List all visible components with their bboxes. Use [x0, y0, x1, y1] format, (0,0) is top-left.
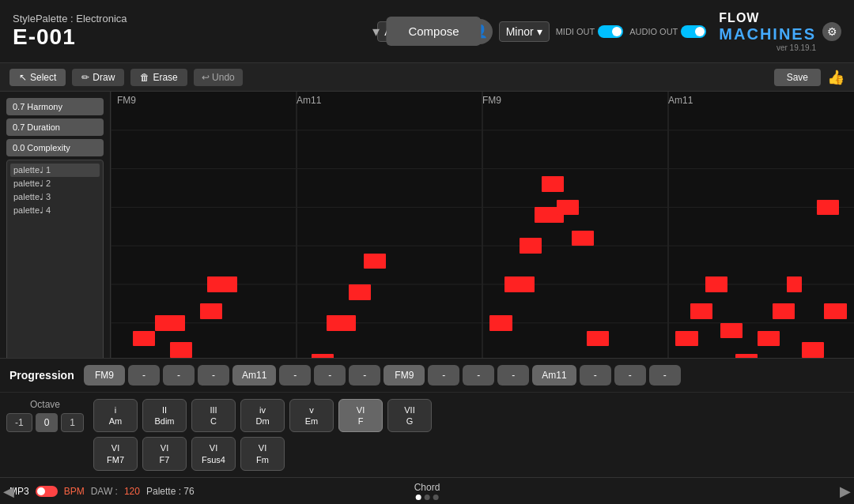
prog-dash-11[interactable]: -	[614, 365, 646, 386]
chord-row-2: VI FM7 VI F7 VI Fsus4 VI Fm	[93, 437, 845, 471]
prog-chord-am11-1[interactable]: Am11	[232, 365, 276, 386]
draw-button[interactable]: ✏ Draw	[72, 69, 124, 86]
audio-out-label: AUDIO OUT	[629, 27, 678, 36]
octave-plus1[interactable]: 1	[61, 413, 84, 432]
undo-icon: ↩	[202, 72, 210, 83]
duration-slider[interactable]: 0.7 Duration	[6, 118, 104, 136]
lower-section: Octave -1 0 1 i Am II Bdim III C	[0, 393, 854, 477]
octave-minus1[interactable]: -1	[6, 413, 32, 432]
undo-button[interactable]: ↩ Undo	[194, 69, 243, 86]
chord-btn-i-am[interactable]: i Am	[93, 399, 138, 433]
note-block	[720, 323, 743, 339]
palette-item-4[interactable]: palette♩ 4	[10, 204, 100, 217]
scale-select[interactable]: Minor ▾	[499, 21, 550, 42]
harmony-slider[interactable]: 0.7 Harmony	[6, 98, 104, 115]
scale-value: Minor	[506, 25, 534, 38]
chord-btn-v-em[interactable]: v Em	[289, 399, 334, 433]
dot-2[interactable]	[425, 495, 430, 500]
compose-button[interactable]: Compose	[386, 17, 481, 46]
logo-text: FLOWMACHINES	[719, 11, 816, 43]
note-block	[572, 231, 594, 246]
note-block	[327, 315, 357, 331]
bpm-value: 120	[124, 486, 140, 497]
prog-dash-9[interactable]: -	[497, 365, 529, 386]
daw-label: DAW :	[91, 486, 118, 497]
midi-out-toggle[interactable]	[598, 25, 623, 38]
prog-dash-12[interactable]: -	[649, 365, 681, 386]
chord-btn-vi-fsus4[interactable]: VI Fsus4	[191, 437, 236, 471]
note-block	[802, 342, 824, 358]
audio-out-group: AUDIO OUT	[629, 25, 706, 38]
select-button[interactable]: ↖ Select	[9, 69, 66, 86]
midi-out-label: MIDI OUT	[556, 27, 595, 36]
scale-chevron-icon: ▾	[537, 25, 542, 38]
like-button[interactable]: 👍	[827, 69, 845, 86]
prog-dash-3[interactable]: -	[198, 365, 229, 386]
note-block	[557, 200, 579, 216]
chevron-down-icon[interactable]: ▾	[372, 23, 380, 40]
chord-label-2: Am11	[297, 95, 321, 106]
chord-footer-label: Chord	[414, 482, 440, 493]
note-block	[824, 303, 846, 319]
cursor-icon: ↖	[19, 72, 27, 83]
chord-btn-ii-bdim[interactable]: II Bdim	[142, 399, 187, 433]
footer-center: Chord	[414, 482, 440, 500]
save-button[interactable]: Save	[774, 69, 821, 86]
prog-chord-fm9-1[interactable]: FM9	[84, 365, 125, 386]
palette-item-3[interactable]: palette♩ 3	[10, 190, 100, 204]
erase-button[interactable]: 🗑 Erase	[130, 69, 187, 86]
dot-1[interactable]	[416, 495, 421, 500]
nav-left-button[interactable]: ◀	[3, 483, 14, 500]
settings-icon[interactable]: ⚙	[822, 22, 841, 41]
note-block	[690, 303, 712, 319]
prog-dash-6[interactable]: -	[349, 365, 380, 386]
prog-dash-5[interactable]: -	[314, 365, 346, 386]
note-block	[504, 276, 535, 292]
note-block	[773, 303, 795, 319]
note-block	[207, 276, 237, 292]
palette-item-1[interactable]: palette♩ 1	[10, 164, 100, 177]
octave-0[interactable]: 0	[36, 413, 59, 432]
complexity-slider[interactable]: 0.0 Complexity	[6, 139, 104, 156]
footer-dots	[416, 495, 439, 500]
audio-out-toggle[interactable]	[681, 25, 706, 38]
prog-dash-1[interactable]: -	[128, 365, 160, 386]
toolbar: ↖ Select ✏ Draw 🗑 Erase ↩ Undo Save 👍	[0, 63, 854, 92]
chord-btn-iii-c[interactable]: III C	[191, 399, 236, 433]
chord-btn-vi-f7[interactable]: VI F7	[142, 437, 187, 471]
prog-dash-2[interactable]: -	[163, 365, 195, 386]
octave-section: Octave -1 0 1	[9, 399, 81, 432]
note-block	[200, 303, 222, 319]
chord-btn-vi-fm[interactable]: VI Fm	[240, 437, 285, 471]
preset-id: E-001	[13, 24, 127, 50]
chord-buttons: i Am II Bdim III C iv Dm v Em	[93, 399, 845, 471]
footer: ◀ MP3 BPM DAW : 120 Palette : 76 Chord ▶	[0, 477, 854, 504]
prog-dash-4[interactable]: -	[279, 365, 311, 386]
prog-dash-7[interactable]: -	[428, 365, 459, 386]
chord-btn-vii-g[interactable]: VII G	[387, 399, 432, 433]
nav-right-button[interactable]: ▶	[840, 483, 851, 500]
note-block	[364, 254, 386, 269]
palette-item-2[interactable]: palette♩ 2	[10, 177, 100, 190]
footer-left: MP3 BPM DAW : 120 Palette : 76	[9, 486, 195, 497]
note-block	[705, 276, 727, 292]
midi-out-group: MIDI OUT	[556, 25, 624, 38]
chord-btn-vi-fm7[interactable]: VI FM7	[93, 437, 138, 471]
mp3-toggle[interactable]	[36, 486, 58, 497]
prog-chord-am11-2[interactable]: Am11	[532, 365, 576, 386]
bottom-section: Progression FM9 - - - Am11 - - - FM9 - -…	[0, 358, 854, 477]
prog-chord-fm9-2[interactable]: FM9	[384, 365, 425, 386]
prog-dash-8[interactable]: -	[463, 365, 494, 386]
note-block	[170, 342, 192, 358]
chord-btn-iv-dm[interactable]: iv Dm	[240, 399, 285, 433]
prog-dash-10[interactable]: -	[580, 365, 611, 386]
octave-label: Octave	[30, 399, 60, 410]
chord-label-3: FM9	[482, 95, 501, 106]
chord-btn-vi-f[interactable]: VI F	[338, 399, 383, 433]
dot-3[interactable]	[433, 495, 439, 500]
style-palette-title: StylePalette : Electronica	[13, 13, 127, 24]
note-block	[587, 331, 609, 347]
note-block	[489, 315, 512, 331]
note-block	[758, 331, 780, 347]
bpm-label: BPM	[64, 486, 85, 497]
